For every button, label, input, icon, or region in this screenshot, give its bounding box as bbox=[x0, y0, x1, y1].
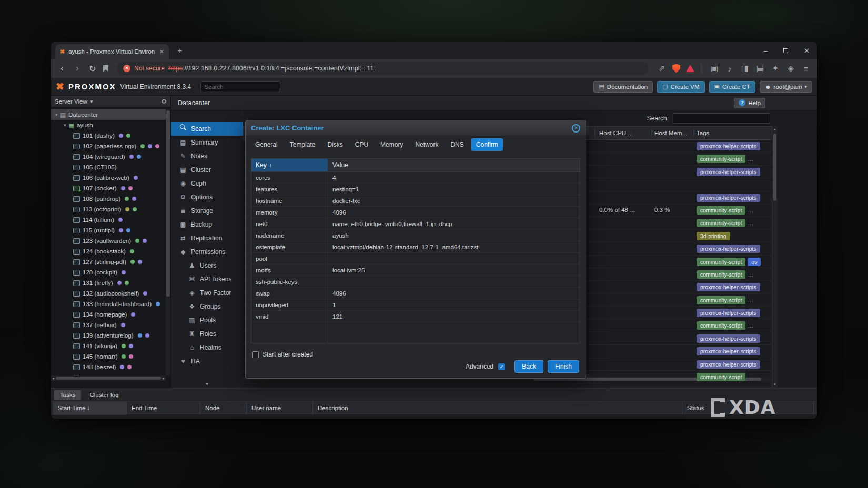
scroll-down-icon[interactable]: ▾ bbox=[772, 382, 778, 387]
forward-icon[interactable]: › bbox=[73, 64, 82, 73]
nav-item-realms[interactable]: ⌂Realms bbox=[171, 341, 243, 354]
tree-item-node[interactable]: ▾ ▦ ayush bbox=[51, 120, 166, 130]
nav-item-two-factor[interactable]: ◈Two Factor bbox=[171, 286, 243, 300]
address-bar[interactable]: ✕ Not secure https://192.168.0.227:8006/… bbox=[117, 62, 649, 75]
nav-item-groups[interactable]: ❖Groups bbox=[171, 300, 243, 313]
tree-item-128-cockpit-[interactable]: 128 (cockpit) bbox=[51, 267, 166, 278]
column-header-node[interactable]: Node bbox=[200, 402, 247, 415]
expand-icon[interactable]: ▾ bbox=[64, 123, 66, 128]
scroll-up-icon[interactable]: ▴ bbox=[772, 127, 778, 131]
column-header-end-time[interactable]: End Time bbox=[127, 402, 200, 415]
tab-close-icon[interactable]: ✕ bbox=[159, 48, 164, 55]
vpn-icon[interactable]: ◈ bbox=[786, 64, 795, 73]
tree-vertical-scrollbar[interactable] bbox=[166, 109, 170, 375]
tree-item-108-pairdrop-[interactable]: 108 (pairdrop) bbox=[51, 194, 166, 204]
nav-item-ha[interactable]: ♥HA bbox=[171, 354, 243, 368]
dialog-tab-disks[interactable]: Disks bbox=[322, 138, 347, 151]
finish-button[interactable]: Finish bbox=[548, 360, 579, 373]
user-menu-button[interactable]: ☻root@pam▾ bbox=[760, 81, 812, 93]
tree-item-124-bookstack-[interactable]: 124 (bookstack) bbox=[51, 246, 166, 257]
nav-item-ceph[interactable]: ◉Ceph bbox=[171, 177, 243, 190]
confirm-row-cores[interactable]: cores4 bbox=[251, 172, 580, 184]
dialog-tab-template[interactable]: Template bbox=[285, 138, 320, 151]
tree-horizontal-scrollbar[interactable]: ◂ ▸ bbox=[51, 375, 166, 381]
nav-item-api-tokens[interactable]: ⌘API Tokens bbox=[171, 272, 243, 286]
confirm-row-swap[interactable]: swap4096 bbox=[251, 288, 580, 299]
column-host-cpu[interactable]: Host CPU ... bbox=[599, 130, 633, 136]
column-header-user-name[interactable]: User name bbox=[247, 402, 313, 415]
scroll-right-icon[interactable]: ▸ bbox=[163, 376, 165, 381]
tree-item-113-octoprint-[interactable]: 113 (octoprint) bbox=[51, 204, 166, 215]
column-header-description[interactable]: Description bbox=[313, 402, 682, 415]
nav-item-notes[interactable]: ✎Notes bbox=[171, 149, 243, 163]
dialog-tab-general[interactable]: General bbox=[250, 138, 282, 151]
browser-tab[interactable]: ✖ ayush - Proxmox Virtual Environ ✕ bbox=[55, 44, 169, 59]
dialog-tab-dns[interactable]: DNS bbox=[446, 138, 468, 151]
nav-item-options[interactable]: ⚙Options bbox=[171, 190, 243, 204]
back-icon[interactable]: ‹ bbox=[57, 64, 67, 73]
tree-item-131-firefly-[interactable]: 131 (firefly) bbox=[51, 278, 166, 288]
confirm-row-ostemplate[interactable]: ostemplatelocal:vztmpl/debian-12-standar… bbox=[251, 241, 580, 253]
tree-item-101-dashy-[interactable]: 101 (dashy) bbox=[51, 130, 166, 141]
nav-item-search[interactable]: Search bbox=[171, 122, 243, 136]
global-search-input[interactable] bbox=[200, 81, 280, 92]
confirm-row-features[interactable]: featuresnesting=1 bbox=[251, 184, 580, 195]
bookmark-icon[interactable] bbox=[103, 65, 108, 72]
side-panel-icon[interactable]: ▣ bbox=[710, 64, 719, 73]
minimize-button[interactable]: – bbox=[764, 47, 768, 55]
scrollbar-thumb[interactable] bbox=[166, 110, 170, 297]
leo-ai-icon[interactable]: ✦ bbox=[771, 64, 780, 73]
scrollbar-thumb[interactable] bbox=[56, 377, 161, 380]
tree-item-102-paperless-ngx-[interactable]: 102 (paperless-ngx) bbox=[51, 141, 166, 151]
expand-icon[interactable]: ▾ bbox=[55, 112, 58, 117]
tree-item-137-netbox-[interactable]: 137 (netbox) bbox=[51, 320, 166, 330]
confirm-row-ssh-public-keys[interactable]: ssh-public-keys bbox=[251, 276, 580, 288]
nav-item-summary[interactable]: ▤Summary bbox=[171, 136, 243, 149]
tree-item-132-audiobookshelf-[interactable]: 132 (audiobookshelf) bbox=[51, 288, 166, 299]
nav-item-users[interactable]: ♟Users bbox=[171, 259, 243, 272]
scroll-left-icon[interactable]: ◂ bbox=[52, 376, 54, 381]
documentation-button[interactable]: ▤Documentation bbox=[593, 81, 653, 93]
nav-item-permissions[interactable]: ◆Permissions bbox=[171, 245, 243, 259]
nav-item-backup[interactable]: ▣Backup bbox=[171, 218, 243, 231]
confirm-row-vmid[interactable]: vmid121 bbox=[251, 311, 580, 322]
tree-item-datacenter[interactable]: ▾ ▤ Datacenter bbox=[51, 109, 166, 120]
confirm-row-unprivileged[interactable]: unprivileged1 bbox=[251, 299, 580, 311]
nav-item-roles[interactable]: ♜Roles bbox=[171, 327, 243, 341]
scrollbar-thumb[interactable] bbox=[773, 134, 776, 201]
advanced-checkbox[interactable]: ✓ bbox=[498, 363, 505, 370]
nav-item-cluster[interactable]: ▦Cluster bbox=[171, 163, 243, 177]
back-button[interactable]: Back bbox=[514, 360, 543, 373]
help-button[interactable]: ?Help bbox=[734, 98, 765, 108]
brave-rewards-icon[interactable] bbox=[686, 65, 694, 72]
bottom-tab-tasks[interactable]: Tasks bbox=[54, 390, 81, 400]
wallet-icon[interactable]: ▤ bbox=[755, 64, 765, 73]
confirm-row-rootfs[interactable]: rootfslocal-lvm:25 bbox=[251, 265, 580, 276]
dialog-tab-memory[interactable]: Memory bbox=[376, 138, 408, 151]
confirm-row-hostname[interactable]: hostnamedocker-lxc bbox=[251, 195, 580, 207]
share-icon[interactable]: ⇗ bbox=[657, 64, 667, 73]
view-selector[interactable]: Server View ▾ ⚙ bbox=[51, 96, 170, 107]
tree-item-133-heimdall-dashboard-[interactable]: 133 (heimdall-dashboard) bbox=[51, 299, 166, 309]
tree-item-114-trilium-[interactable]: 114 (trilium) bbox=[51, 215, 166, 225]
nav-item-replication[interactable]: ⇄Replication bbox=[171, 231, 243, 245]
tree-item-115-runtipi-[interactable]: 115 (runtipi) bbox=[51, 225, 166, 236]
tree-item-106-calibre-web-[interactable]: 106 (calibre-web) bbox=[51, 172, 166, 183]
split-view-icon[interactable]: ◨ bbox=[740, 64, 750, 73]
column-header-start-time[interactable]: Start Time ↓ bbox=[53, 402, 127, 415]
dialog-tab-confirm[interactable]: Confirm bbox=[471, 138, 503, 151]
tree-item-127-stirling-pdf-[interactable]: 127 (stirling-pdf) bbox=[51, 257, 166, 267]
confirm-row-pool[interactable]: pool bbox=[251, 253, 580, 265]
start-after-created-checkbox[interactable] bbox=[252, 351, 259, 358]
dialog-close-icon[interactable]: ✕ bbox=[572, 124, 580, 133]
confirm-row-nodename[interactable]: nodenameayush bbox=[251, 230, 580, 241]
reload-icon[interactable]: ↻ bbox=[88, 64, 97, 74]
tree-item-104-wireguard-[interactable]: 104 (wireguard) bbox=[51, 151, 166, 162]
dialog-titlebar[interactable]: Create: LXC Container ✕ bbox=[246, 120, 586, 136]
menu-icon[interactable]: ≡ bbox=[801, 64, 811, 73]
tree-item-107-docker-[interactable]: 107 (docker) bbox=[51, 183, 166, 194]
nav-item-storage[interactable]: ≣Storage bbox=[171, 204, 243, 218]
confirm-row-net0[interactable]: net0name=eth0,bridge=vmbr0,firewall=1,ip… bbox=[251, 218, 580, 230]
key-column-header[interactable]: Key↑ bbox=[251, 159, 328, 171]
tree-item-123-vaultwarden-[interactable]: 123 (vaultwarden) bbox=[51, 236, 166, 246]
